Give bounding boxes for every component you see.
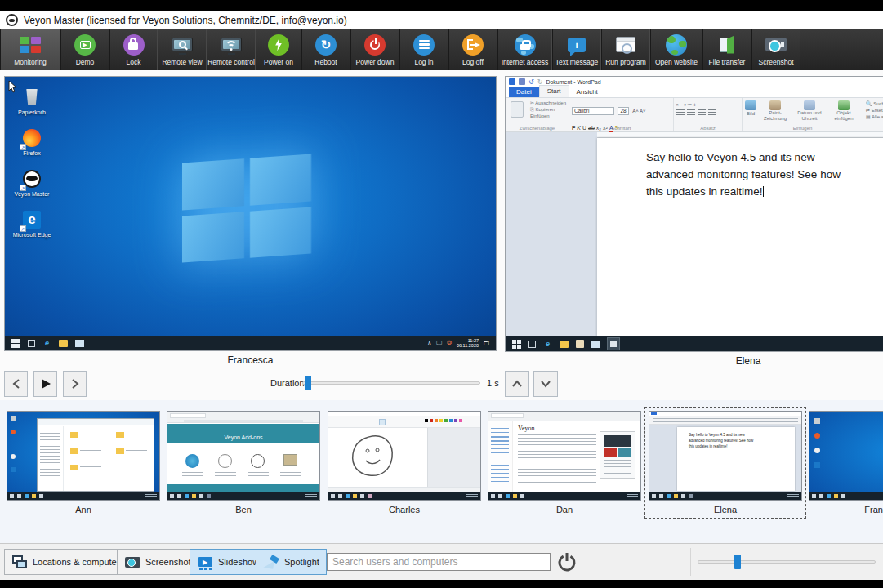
wordpad-taskbar-icon	[608, 338, 619, 350]
desktop-icon-recycle-bin[interactable]: Papierkorb	[10, 87, 54, 115]
document-transfer-icon	[716, 34, 738, 56]
toolbar-button-run-program[interactable]: Run program	[601, 29, 650, 70]
divider	[690, 548, 691, 576]
toolbar-button-demo[interactable]: ▶ Demo	[60, 29, 109, 70]
main-toolbar: Monitoring ▶ Demo Lock Remote view Remot…	[0, 29, 883, 70]
thumbnail-size-slider[interactable]	[698, 560, 876, 564]
taskbar-elena: e	[506, 336, 883, 351]
toolbar-button-internet-access[interactable]: Internet access	[497, 29, 552, 70]
chevron-right-icon	[71, 378, 79, 390]
wordpad-window-title: Dokument - WordPad	[546, 79, 600, 85]
search-input[interactable]	[327, 553, 551, 571]
taskbar-francesca: e ∧🖵❂ 11:27 06.11.2020 🗔	[5, 336, 496, 350]
thumbnail-strip: Ann Veyon Add-ons	[0, 400, 883, 543]
wordpad-page[interactable]: Say hello to Veyon 4.5 and its new advan…	[597, 138, 883, 336]
wordpad-document-area: Say hello to Veyon 4.5 and its new advan…	[506, 132, 883, 336]
font-name-box: Calibri	[572, 107, 614, 115]
thumbnail-size-slider-handle[interactable]	[734, 555, 741, 569]
windows-logo	[182, 154, 311, 262]
toolbar-button-open-website[interactable]: Open website	[650, 29, 702, 70]
toolbar-button-reboot[interactable]: ↻ Reboot	[301, 29, 350, 70]
move-down-button[interactable]	[533, 371, 558, 397]
thumbnail-name: Dan	[488, 505, 641, 514]
toolbar-button-power-down[interactable]: Power down	[350, 29, 399, 70]
mail-taskbar-icon	[75, 339, 84, 348]
globe-lock-icon	[514, 34, 537, 56]
edge-taskbar-icon: e	[543, 340, 552, 349]
chevron-left-icon	[12, 378, 20, 390]
next-button[interactable]	[63, 371, 87, 397]
wordpad-ribbon: ✂ Ausschneiden ⎘ Kopieren Einfügen Zwisc…	[506, 98, 883, 132]
toolbar-button-log-in[interactable]: Log in	[399, 29, 448, 70]
desktop-icon-firefox[interactable]: ↗ Firefox	[10, 127, 54, 156]
save-icon	[519, 78, 525, 85]
thumbnail-screen	[7, 411, 160, 501]
spotlight-button[interactable]: Spotlight	[256, 549, 327, 575]
task-view-icon	[528, 341, 536, 348]
edge-taskbar-icon: e	[42, 339, 51, 348]
paint-drawing-icon	[769, 100, 781, 110]
toolbar-button-remote-control[interactable]: Remote control	[207, 29, 256, 70]
wordpad-tab-bar: Datei Start Ansicht	[506, 87, 883, 98]
thumbnail-screen: Veyon	[488, 411, 641, 501]
bottom-toolbar: Locations & computers Screenshots ▶ Slid…	[0, 543, 883, 580]
toolbar-button-text-message[interactable]: i Text message	[552, 29, 601, 70]
window-title: Veyon Master (licensed for Veyon Solutio…	[24, 15, 347, 26]
move-up-button[interactable]	[505, 371, 529, 397]
program-window-icon	[614, 34, 637, 56]
thumbnail-dan[interactable]: Veyon Dan	[488, 411, 641, 514]
thumbnail-ben[interactable]: Veyon Add-ons Ben	[167, 411, 320, 514]
toolbar-button-lock[interactable]: Lock	[109, 29, 158, 70]
duration-slider-handle[interactable]	[305, 376, 311, 390]
thumbnail-document-text: Say hello to Veyon 4.5 and its new advan…	[689, 432, 753, 449]
globe-icon	[665, 34, 688, 56]
toolbar-button-log-off[interactable]: Log off	[448, 29, 497, 70]
thumbnail-screen	[809, 411, 883, 501]
thumbnail-francesca[interactable]: Francesca	[809, 411, 883, 514]
thumbnail-name: Elena	[649, 505, 802, 514]
toolbar-button-file-transfer[interactable]: File transfer	[702, 29, 751, 70]
mail-taskbar-icon	[591, 340, 600, 349]
thumbnail-charles[interactable]: Charles	[328, 411, 481, 514]
toolbar-button-screenshot[interactable]: Screenshot	[751, 29, 800, 70]
ribbon-group-font: Calibri 28 A˄ A˅ FKUabx₂x²A✎ Schriftart	[569, 98, 674, 131]
ribbon-group-insert: Bild Paint-Zeichnung Datum und Uhrzeit O…	[743, 98, 863, 131]
play-icon	[40, 378, 51, 390]
insert-object-icon	[838, 100, 850, 110]
monitor-screen-elena[interactable]: ↺ ↻ Dokument - WordPad Datei Start Ansic…	[505, 76, 883, 352]
veyon-master-window: Veyon Master (licensed for Veyon Solutio…	[0, 11, 883, 580]
explorer-taskbar-icon	[560, 340, 569, 349]
power-menu-button[interactable]	[555, 550, 578, 573]
taskbar-clock: 11:27 06.11.2020	[457, 338, 479, 348]
duration-slider[interactable]	[302, 381, 480, 385]
thumbnail-ann[interactable]: Ann	[7, 411, 160, 514]
chevron-down-icon	[540, 380, 551, 388]
thumbnail-elena[interactable]: Say hello to Veyon 4.5 and its new advan…	[649, 411, 802, 514]
video-frame: Veyon Master (licensed for Veyon Solutio…	[0, 0, 883, 588]
toolbar-button-remote-view[interactable]: Remote view	[158, 29, 207, 70]
play-button[interactable]	[33, 371, 57, 397]
login-lines-icon	[413, 34, 435, 56]
addons-page-title: Veyon Add-ons	[224, 434, 262, 440]
locations-computers-button[interactable]: Locations & computers	[4, 549, 132, 575]
wordpad-app-icon	[509, 78, 515, 85]
system-tray: ∧🖵❂ 11:27 06.11.2020 🗔	[427, 338, 489, 348]
monitor-name-elena: Elena	[505, 355, 883, 367]
monitor-screen-francesca[interactable]: Papierkorb ↗ Firefox ↗ Veyon Master e↗ M…	[4, 76, 497, 351]
power-symbol-icon	[363, 34, 386, 56]
toolbar-button-power-on[interactable]: Power on	[256, 29, 301, 70]
thumbnail-screen	[328, 411, 481, 501]
previous-button[interactable]	[4, 371, 28, 397]
document-text: Say hello to Veyon 4.5 and its new advan…	[646, 149, 841, 200]
start-button-icon	[512, 340, 521, 349]
font-size-box: 28	[618, 107, 628, 115]
power-icon	[555, 550, 578, 573]
desktop-icon-veyon-master[interactable]: ↗ Veyon Master	[10, 168, 54, 197]
desktop-icon-microsoft-edge[interactable]: e↗ Microsoft Edge	[10, 209, 54, 238]
thumbnail-name: Ben	[167, 505, 320, 514]
toolbar-button-monitoring[interactable]: Monitoring	[0, 29, 60, 70]
presentation-board-icon: ▶	[74, 34, 96, 56]
thumbnail-screen: Say hello to Veyon 4.5 and its new advan…	[649, 411, 802, 501]
refresh-arrow-icon: ↻	[314, 34, 337, 56]
veyon-logo-icon	[6, 14, 18, 26]
